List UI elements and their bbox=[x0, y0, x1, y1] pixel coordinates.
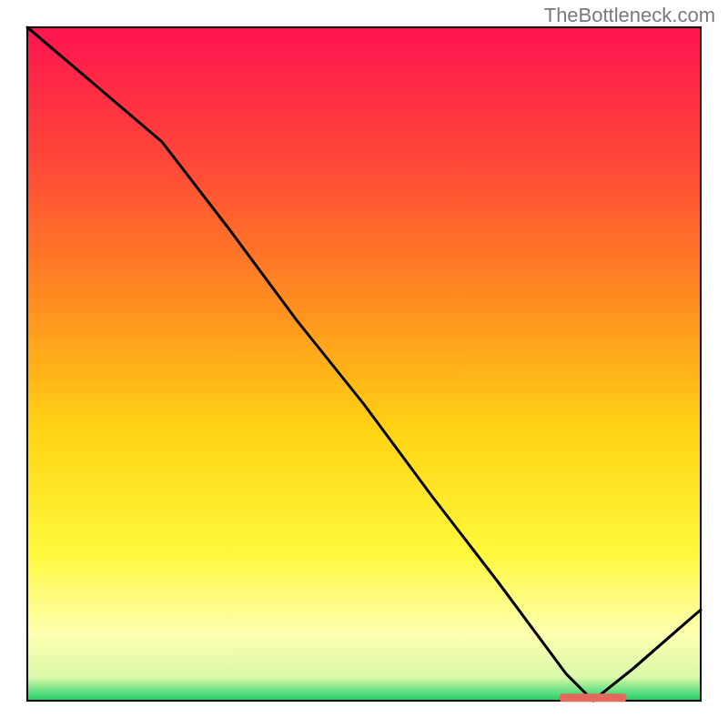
chart-container: TheBottleneck.com bbox=[0, 0, 728, 728]
bottleneck-chart bbox=[0, 0, 728, 728]
sweet-spot-marker bbox=[560, 693, 627, 702]
plot-background bbox=[27, 27, 701, 701]
